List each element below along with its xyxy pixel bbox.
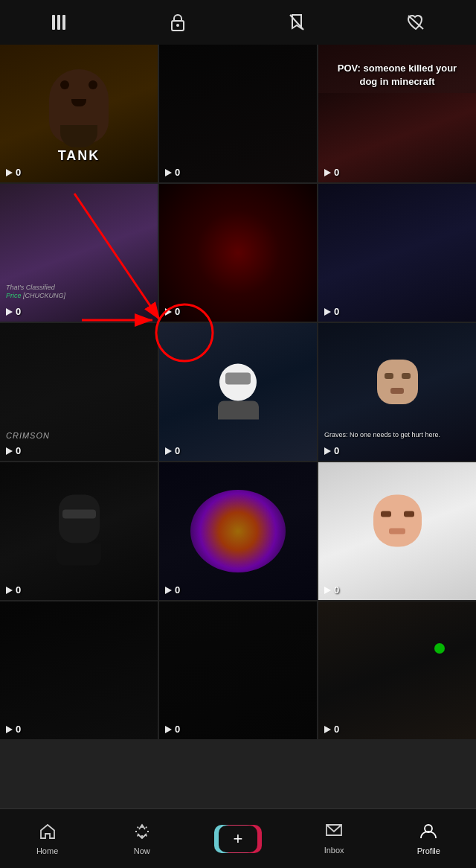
inbox-icon: [325, 823, 343, 843]
video-cell[interactable]: 0: [0, 462, 158, 600]
svg-rect-0: [52, 15, 55, 30]
video-cell[interactable]: 0: [159, 45, 317, 182]
play-count: 0: [6, 306, 21, 317]
view-count: 0: [16, 306, 21, 317]
view-count: 0: [16, 167, 21, 178]
svg-rect-1: [57, 15, 60, 30]
video-cell[interactable]: TANK 0: [0, 45, 158, 182]
profile-label: Profile: [417, 846, 440, 855]
home-icon: [39, 823, 57, 843]
now-label: Now: [134, 846, 150, 855]
play-count: 0: [324, 306, 339, 317]
home-label: Home: [36, 846, 58, 855]
video-grid: TANK 0 0 POV: someone killed yourdog in …: [0, 45, 476, 739]
video-cell[interactable]: CRIMSON 0: [0, 323, 158, 461]
play-count: 0: [165, 584, 180, 596]
nav-create[interactable]: +: [214, 825, 262, 853]
view-count: 0: [334, 584, 339, 596]
play-count: 0: [324, 445, 339, 456]
play-icon: [6, 726, 13, 733]
heart-slash-icon[interactable]: [406, 13, 425, 31]
create-plus-symbol: +: [234, 831, 243, 847]
play-icon: [165, 726, 172, 733]
play-count: 0: [6, 724, 21, 735]
video-cell[interactable]: 0: [0, 601, 158, 739]
nav-now[interactable]: Now: [120, 823, 164, 855]
nav-home[interactable]: Home: [25, 823, 70, 855]
view-count: 0: [175, 724, 180, 735]
video-grid-wrapper: TANK 0 0 POV: someone killed yourdog in …: [0, 45, 476, 808]
lock-icon[interactable]: [169, 13, 187, 32]
svg-point-4: [176, 24, 179, 27]
view-count: 0: [334, 445, 339, 456]
video-cell[interactable]: 0: [318, 601, 476, 739]
video-cell[interactable]: 0: [159, 184, 317, 322]
view-count: 0: [175, 445, 180, 456]
play-icon: [6, 587, 13, 594]
video-cell[interactable]: 0: [159, 601, 317, 739]
now-icon: [133, 823, 151, 843]
bottom-nav: Home Now + Inbox: [0, 808, 476, 868]
profile-icon: [419, 823, 437, 843]
menu-icon[interactable]: [51, 15, 68, 30]
play-count: 0: [165, 724, 180, 735]
view-count: 0: [175, 167, 180, 178]
play-count: 0: [324, 724, 339, 735]
video-cell[interactable]: POV: someone killed yourdog in minecraft…: [318, 45, 476, 182]
video-cell[interactable]: That's ClassifiedPrice [CHUCKUNG] 0: [0, 184, 158, 322]
play-icon: [6, 169, 13, 176]
play-icon: [324, 587, 331, 594]
play-icon: [165, 587, 172, 594]
inbox-label: Inbox: [324, 846, 344, 855]
video-cell[interactable]: 0: [159, 462, 317, 600]
nav-profile[interactable]: Profile: [406, 823, 451, 855]
top-bar: [0, 0, 476, 45]
play-count: 0: [324, 584, 339, 596]
play-count: 0: [165, 445, 180, 456]
play-icon: [324, 169, 331, 176]
play-icon: [6, 447, 13, 455]
view-count: 0: [16, 724, 21, 735]
play-count: 0: [165, 167, 180, 178]
play-icon: [165, 447, 172, 455]
play-icon: [324, 726, 331, 733]
video-cell[interactable]: 0: [159, 323, 317, 461]
play-count: 0: [6, 445, 21, 456]
view-count: 0: [175, 584, 180, 596]
play-icon: [324, 447, 331, 455]
play-icon: [165, 169, 172, 176]
nav-inbox[interactable]: Inbox: [312, 823, 356, 855]
video-cell[interactable]: 0: [318, 462, 476, 600]
view-count: 0: [334, 724, 339, 735]
play-icon: [165, 308, 172, 316]
bookmark-slash-icon[interactable]: [288, 13, 306, 32]
play-count: 0: [6, 167, 21, 178]
play-count: 0: [165, 306, 180, 317]
play-count: 0: [324, 167, 339, 178]
view-count: 0: [16, 584, 21, 596]
svg-rect-2: [62, 15, 65, 30]
video-cell[interactable]: Graves: No one needs to get hurt here. 0: [318, 323, 476, 461]
view-count: 0: [334, 306, 339, 317]
play-icon: [324, 308, 331, 316]
view-count: 0: [175, 306, 180, 317]
video-cell[interactable]: 0: [318, 184, 476, 322]
view-count: 0: [334, 167, 339, 178]
play-count: 0: [6, 584, 21, 596]
view-count: 0: [16, 445, 21, 456]
play-icon: [6, 308, 13, 316]
